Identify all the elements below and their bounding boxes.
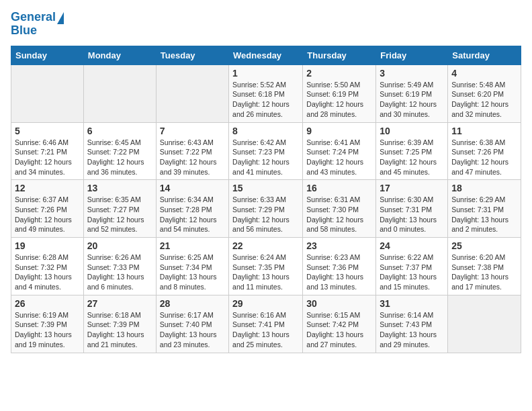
day-info: Sunrise: 6:45 AMSunset: 7:22 PMDaylight:… [87, 138, 152, 177]
day-number: 22 [232, 240, 299, 251]
calendar-cell: 24Sunrise: 6:22 AMSunset: 7:37 PMDayligh… [376, 238, 448, 295]
day-info: Sunrise: 6:18 AMSunset: 7:39 PMDaylight:… [87, 310, 152, 350]
calendar-cell: 11Sunrise: 6:38 AMSunset: 7:26 PMDayligh… [448, 122, 521, 180]
calendar-cell: 28Sunrise: 6:17 AMSunset: 7:40 PMDayligh… [156, 295, 228, 353]
col-header-friday: Friday [376, 46, 448, 64]
day-number: 15 [232, 183, 299, 193]
day-number: 19 [15, 240, 80, 251]
day-number: 25 [451, 240, 517, 251]
day-info: Sunrise: 6:38 AMSunset: 7:26 PMDaylight:… [451, 138, 517, 177]
day-info: Sunrise: 6:33 AMSunset: 7:29 PMDaylight:… [232, 195, 299, 234]
calendar-cell: 29Sunrise: 6:16 AMSunset: 7:41 PMDayligh… [229, 295, 303, 353]
day-number: 31 [380, 298, 444, 309]
calendar-cell: 22Sunrise: 6:24 AMSunset: 7:35 PMDayligh… [229, 238, 303, 295]
calendar-cell: 9Sunrise: 6:41 AMSunset: 7:24 PMDaylight… [303, 122, 376, 180]
day-info: Sunrise: 6:30 AMSunset: 7:31 PMDaylight:… [380, 195, 444, 234]
calendar-cell: 15Sunrise: 6:33 AMSunset: 7:29 PMDayligh… [229, 180, 303, 238]
day-number: 29 [232, 298, 299, 309]
day-number: 10 [380, 126, 444, 136]
day-info: Sunrise: 6:14 AMSunset: 7:43 PMDaylight:… [380, 310, 444, 350]
week-row-4: 19Sunrise: 6:28 AMSunset: 7:32 PMDayligh… [11, 238, 521, 295]
calendar-cell: 19Sunrise: 6:28 AMSunset: 7:32 PMDayligh… [11, 238, 84, 295]
col-header-thursday: Thursday [303, 46, 376, 64]
day-info: Sunrise: 6:46 AMSunset: 7:21 PMDaylight:… [15, 138, 80, 177]
calendar-cell: 31Sunrise: 6:14 AMSunset: 7:43 PMDayligh… [376, 295, 448, 353]
logo: General Blue [11, 11, 64, 38]
calendar-cell [448, 295, 521, 353]
day-number: 24 [380, 240, 444, 251]
week-row-5: 26Sunrise: 6:19 AMSunset: 7:39 PMDayligh… [11, 295, 521, 353]
logo-text-general: General [11, 11, 56, 24]
day-number: 9 [306, 126, 372, 136]
day-number: 8 [232, 126, 299, 136]
col-header-saturday: Saturday [448, 46, 521, 64]
logo-text-blue: Blue [11, 24, 64, 38]
calendar-cell: 1Sunrise: 5:52 AMSunset: 6:18 PMDaylight… [229, 64, 303, 122]
day-number: 1 [232, 68, 299, 79]
calendar-cell: 14Sunrise: 6:34 AMSunset: 7:28 PMDayligh… [156, 180, 228, 238]
day-info: Sunrise: 6:43 AMSunset: 7:22 PMDaylight:… [160, 138, 225, 177]
calendar-cell: 7Sunrise: 6:43 AMSunset: 7:22 PMDaylight… [156, 122, 228, 180]
week-row-1: 1Sunrise: 5:52 AMSunset: 6:18 PMDaylight… [11, 64, 521, 122]
day-number: 18 [451, 183, 517, 193]
col-header-sunday: Sunday [11, 46, 84, 64]
calendar-cell: 13Sunrise: 6:35 AMSunset: 7:27 PMDayligh… [83, 180, 156, 238]
day-info: Sunrise: 6:16 AMSunset: 7:41 PMDaylight:… [232, 310, 299, 350]
calendar-cell: 2Sunrise: 5:50 AMSunset: 6:19 PMDaylight… [303, 64, 376, 122]
day-info: Sunrise: 5:48 AMSunset: 6:20 PMDaylight:… [451, 80, 517, 120]
day-number: 26 [15, 298, 80, 309]
calendar-cell: 8Sunrise: 6:42 AMSunset: 7:23 PMDaylight… [229, 122, 303, 180]
day-info: Sunrise: 6:20 AMSunset: 7:38 PMDaylight:… [451, 253, 517, 292]
day-info: Sunrise: 6:37 AMSunset: 7:26 PMDaylight:… [15, 195, 80, 234]
day-number: 20 [87, 240, 152, 251]
day-info: Sunrise: 6:15 AMSunset: 7:42 PMDaylight:… [306, 310, 372, 350]
calendar-cell: 20Sunrise: 6:26 AMSunset: 7:33 PMDayligh… [83, 238, 156, 295]
day-info: Sunrise: 6:39 AMSunset: 7:25 PMDaylight:… [380, 138, 444, 177]
day-number: 12 [15, 183, 80, 193]
col-header-wednesday: Wednesday [229, 46, 303, 64]
calendar-cell: 27Sunrise: 6:18 AMSunset: 7:39 PMDayligh… [83, 295, 156, 353]
calendar-cell: 3Sunrise: 5:49 AMSunset: 6:19 PMDaylight… [376, 64, 448, 122]
day-number: 28 [160, 298, 225, 309]
day-info: Sunrise: 6:42 AMSunset: 7:23 PMDaylight:… [232, 138, 299, 177]
day-number: 4 [451, 68, 517, 79]
page-header: General Blue [11, 11, 521, 38]
calendar-cell [11, 64, 84, 122]
calendar-cell: 23Sunrise: 6:23 AMSunset: 7:36 PMDayligh… [303, 238, 376, 295]
day-info: Sunrise: 6:22 AMSunset: 7:37 PMDaylight:… [380, 253, 444, 292]
calendar-cell: 21Sunrise: 6:25 AMSunset: 7:34 PMDayligh… [156, 238, 228, 295]
calendar-table: SundayMondayTuesdayWednesdayThursdayFrid… [11, 46, 521, 353]
day-number: 21 [160, 240, 225, 251]
day-number: 2 [306, 68, 372, 79]
day-number: 16 [306, 183, 372, 193]
calendar-cell: 4Sunrise: 5:48 AMSunset: 6:20 PMDaylight… [448, 64, 521, 122]
week-row-2: 5Sunrise: 6:46 AMSunset: 7:21 PMDaylight… [11, 122, 521, 180]
day-number: 14 [160, 183, 225, 193]
day-info: Sunrise: 6:28 AMSunset: 7:32 PMDaylight:… [15, 253, 80, 292]
day-info: Sunrise: 6:26 AMSunset: 7:33 PMDaylight:… [87, 253, 152, 292]
calendar-cell: 10Sunrise: 6:39 AMSunset: 7:25 PMDayligh… [376, 122, 448, 180]
day-number: 23 [306, 240, 372, 251]
calendar-cell: 17Sunrise: 6:30 AMSunset: 7:31 PMDayligh… [376, 180, 448, 238]
logo-triangle-icon [57, 12, 64, 24]
day-number: 13 [87, 183, 152, 193]
day-info: Sunrise: 5:52 AMSunset: 6:18 PMDaylight:… [232, 80, 299, 120]
calendar-cell: 12Sunrise: 6:37 AMSunset: 7:26 PMDayligh… [11, 180, 84, 238]
day-info: Sunrise: 6:24 AMSunset: 7:35 PMDaylight:… [232, 253, 299, 292]
day-info: Sunrise: 6:17 AMSunset: 7:40 PMDaylight:… [160, 310, 225, 350]
day-info: Sunrise: 6:19 AMSunset: 7:39 PMDaylight:… [15, 310, 80, 350]
day-number: 3 [380, 68, 444, 79]
day-info: Sunrise: 6:25 AMSunset: 7:34 PMDaylight:… [160, 253, 225, 292]
col-header-monday: Monday [83, 46, 156, 64]
day-number: 27 [87, 298, 152, 309]
calendar-cell: 30Sunrise: 6:15 AMSunset: 7:42 PMDayligh… [303, 295, 376, 353]
calendar-cell: 25Sunrise: 6:20 AMSunset: 7:38 PMDayligh… [448, 238, 521, 295]
calendar-cell [156, 64, 228, 122]
day-info: Sunrise: 5:50 AMSunset: 6:19 PMDaylight:… [306, 80, 372, 120]
day-info: Sunrise: 6:23 AMSunset: 7:36 PMDaylight:… [306, 253, 372, 292]
calendar-cell: 26Sunrise: 6:19 AMSunset: 7:39 PMDayligh… [11, 295, 84, 353]
day-info: Sunrise: 6:41 AMSunset: 7:24 PMDaylight:… [306, 138, 372, 177]
col-header-tuesday: Tuesday [156, 46, 228, 64]
day-info: Sunrise: 6:29 AMSunset: 7:31 PMDaylight:… [451, 195, 517, 234]
day-info: Sunrise: 6:35 AMSunset: 7:27 PMDaylight:… [87, 195, 152, 234]
